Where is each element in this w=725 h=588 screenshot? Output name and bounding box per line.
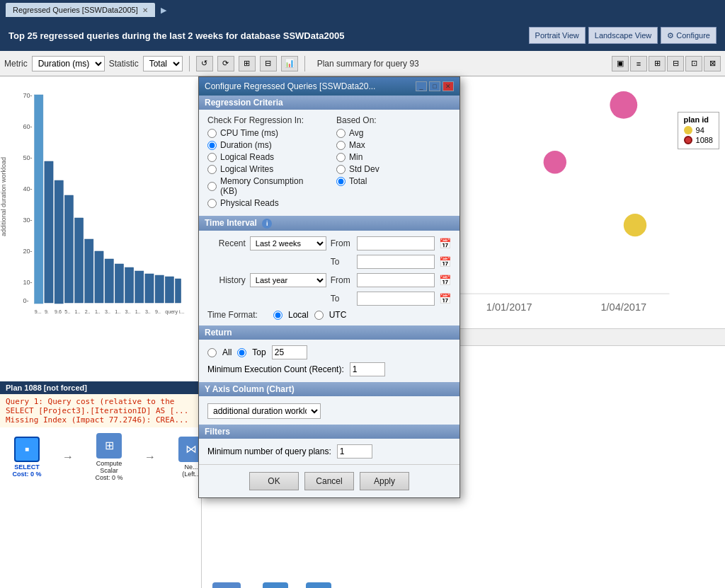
filter-input[interactable] xyxy=(337,444,372,459)
recent-select[interactable]: Last 2 weeks Last hour Last day Last wee… xyxy=(250,236,326,250)
radio-all-input[interactable] xyxy=(207,348,217,357)
dialog-title-text: Configure Regressed Queries [SSWData20..… xyxy=(205,81,375,91)
radio-memory-input[interactable] xyxy=(207,182,217,191)
separator2 xyxy=(304,56,305,71)
legend-dot-2 xyxy=(684,136,692,144)
radio-min-input[interactable] xyxy=(336,153,346,162)
toolbar-right-btn-3[interactable]: ⊞ xyxy=(649,56,666,71)
regression-section: Regression Criteria Check For Regression… xyxy=(199,96,459,216)
bar-chart: additional duration workload 70- 60- 50-… xyxy=(0,76,201,317)
portrait-view-button[interactable]: Portrait View xyxy=(529,27,586,44)
recent-to-label: To xyxy=(331,257,353,267)
landscape-view-button[interactable]: Landscape View xyxy=(588,27,658,44)
apply-button[interactable]: Apply xyxy=(360,472,409,490)
toolbar-btn-3[interactable]: ⊞ xyxy=(239,56,256,71)
toolbar-right-btn-5[interactable]: ⊡ xyxy=(685,56,702,71)
configure-button[interactable]: ⚙ Configure xyxy=(661,27,717,44)
history-to-input[interactable] xyxy=(357,292,435,306)
based-on-column: Based On: Avg Max Min xyxy=(336,115,451,210)
svg-text:9.: 9. xyxy=(45,309,49,314)
radio-logical-writes-input[interactable] xyxy=(207,165,217,174)
clustered-icon: ⊡ xyxy=(212,582,241,588)
svg-rect-14 xyxy=(85,239,93,303)
recent-to-row: To 📅 xyxy=(207,255,451,269)
return-section: Return All Top Minimum Execution Count (… xyxy=(199,325,459,382)
scatter-point-3[interactable] xyxy=(624,214,646,236)
minexec-input[interactable] xyxy=(350,362,385,376)
radio-max: Max xyxy=(336,140,451,150)
plan-title: Plan 1088 [not forced] xyxy=(0,381,201,394)
radio-local-label: Local xyxy=(288,310,309,320)
radio-cpu-input[interactable] xyxy=(207,129,217,138)
svg-text:9..: 9.. xyxy=(155,309,161,314)
dialog-body: Regression Criteria Check For Regression… xyxy=(199,96,459,497)
radio-total-input[interactable] xyxy=(336,177,346,186)
toolbar-right-btn-1[interactable]: ▣ xyxy=(612,56,629,71)
svg-text:20-: 20- xyxy=(23,248,32,255)
recent-to-calendar-icon[interactable]: 📅 xyxy=(439,256,451,267)
plan-diagram-bottom: ⊡ (Clustered)ProjectItera... ▤ TopCost: … xyxy=(202,577,725,588)
radio-max-input[interactable] xyxy=(336,141,346,150)
radio-physical-reads: Physical Reads xyxy=(207,198,322,208)
toolbar-right-btn-6[interactable]: ⊠ xyxy=(704,56,721,71)
toolbar-right-btn-4[interactable]: ⊟ xyxy=(667,56,684,71)
metric-select[interactable]: Duration (ms) xyxy=(32,56,105,71)
based-on-label: Based On: xyxy=(336,115,451,125)
radio-logical-writes-label: Logical Writes xyxy=(220,164,273,174)
toolbar-btn-2[interactable]: ⟳ xyxy=(217,56,234,71)
radio-logical-reads: Logical Reads xyxy=(207,152,322,162)
toolbar-btn-1[interactable]: ↺ xyxy=(196,56,213,71)
plan-summary: Plan summary for query 93 xyxy=(317,59,419,69)
dialog-maximize-button[interactable]: □ xyxy=(429,81,440,91)
radio-logical-reads-input[interactable] xyxy=(207,153,217,162)
chart-area: additional duration workload 70- 60- 50-… xyxy=(0,76,202,588)
regression-section-header: Regression Criteria xyxy=(199,96,459,110)
radio-avg-input[interactable] xyxy=(336,129,346,138)
main-tab[interactable]: Regressed Queries [SSWData2005] ✕ xyxy=(6,3,155,17)
toolbar-right-btn-2[interactable]: ≡ xyxy=(630,56,647,71)
time-interval-info-icon: i xyxy=(262,219,272,229)
history-from-input[interactable] xyxy=(357,273,435,287)
history-to-calendar-icon[interactable]: 📅 xyxy=(439,293,451,304)
svg-rect-17 xyxy=(115,264,123,303)
cancel-button[interactable]: Cancel xyxy=(304,472,354,490)
filters-header: Filters xyxy=(199,425,459,439)
plan-node-compute: ⊞ Compute ScalarCost: 0 % xyxy=(88,433,130,481)
recent-from-input[interactable] xyxy=(357,236,435,250)
top-value-input[interactable] xyxy=(272,345,307,359)
radio-stddev-input[interactable] xyxy=(336,165,346,174)
dialog-close-button[interactable]: ✕ xyxy=(443,81,454,91)
main-content: additional duration workload 70- 60- 50-… xyxy=(0,76,725,588)
yaxis-content: additional duration workload avg duratio… xyxy=(199,396,459,425)
ok-button[interactable]: OK xyxy=(249,472,299,490)
history-row: History Last year Last month Last 3 mont… xyxy=(207,273,451,287)
radio-utc-input[interactable] xyxy=(314,311,324,320)
statistic-label: Statistic xyxy=(109,59,139,69)
toolbar-btn-4[interactable]: ⊟ xyxy=(260,56,277,71)
statistic-select[interactable]: Total xyxy=(143,56,183,71)
svg-text:2..: 2.. xyxy=(85,309,91,314)
radio-top-input[interactable] xyxy=(237,348,246,357)
tab-close-icon[interactable]: ✕ xyxy=(142,6,148,14)
history-select[interactable]: Last year Last month Last 3 months Last … xyxy=(250,273,326,287)
radio-cpu: CPU Time (ms) xyxy=(207,128,322,138)
scatter-point-2[interactable] xyxy=(544,151,566,173)
radio-memory-label: Memory Consumption (KB) xyxy=(220,176,322,196)
history-to-label: To xyxy=(331,294,353,304)
radio-duration-input[interactable] xyxy=(207,141,217,150)
recent-from-calendar-icon[interactable]: 📅 xyxy=(439,238,451,249)
radio-physical-reads-input[interactable] xyxy=(207,199,217,208)
toolbar-btn-5[interactable]: 📊 xyxy=(281,56,298,71)
dialog-minimize-button[interactable]: _ xyxy=(416,81,427,91)
legend-box: plan id 94 1088 xyxy=(678,112,719,149)
legend-row-1: 94 xyxy=(684,126,713,134)
select-icon: ■ xyxy=(14,437,40,462)
separator1 xyxy=(189,56,190,71)
recent-to-input[interactable] xyxy=(357,255,435,269)
yaxis-section: Y Axis Column (Chart) additional duratio… xyxy=(199,382,459,425)
scatter-point-1[interactable] xyxy=(610,91,637,119)
yaxis-select[interactable]: additional duration workload avg duratio… xyxy=(207,403,321,419)
configure-dialog: Configure Regressed Queries [SSWData20..… xyxy=(198,76,460,498)
history-from-calendar-icon[interactable]: 📅 xyxy=(439,275,451,286)
radio-local-input[interactable] xyxy=(273,311,282,320)
